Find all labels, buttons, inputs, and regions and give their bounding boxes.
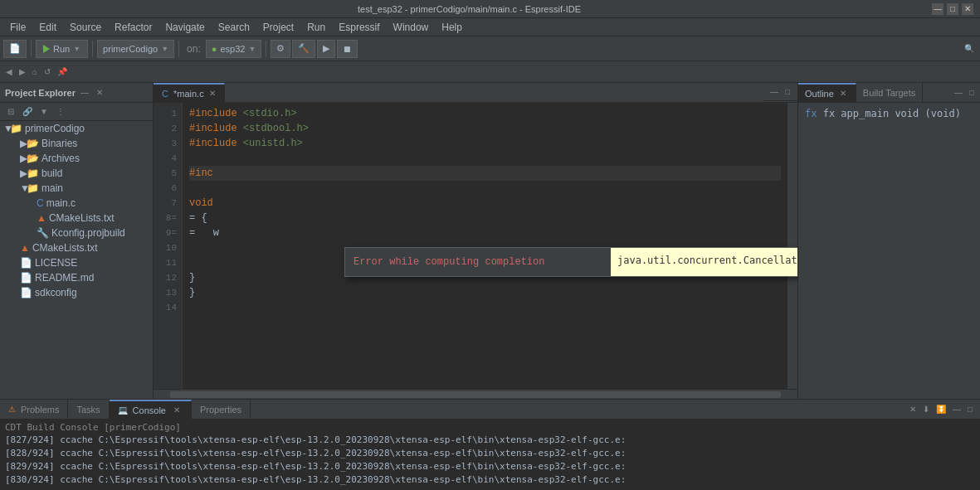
tasks-tab-label: Tasks: [76, 405, 100, 415]
code-content[interactable]: #include <stdio.h> #include <stdbool.h> …: [183, 103, 787, 389]
config-dropdown[interactable]: primerCodigo ▼: [97, 40, 174, 58]
minimize-button[interactable]: —: [932, 3, 943, 15]
maximize-button[interactable]: □: [947, 3, 958, 15]
tree-item-cmake-root[interactable]: ▲ CMakeLists.txt: [0, 240, 153, 255]
outline-content: fx fx app_main void (void): [798, 103, 980, 399]
tree-item-build[interactable]: ▶ 📁 build: [0, 166, 153, 181]
code-editor[interactable]: 1 2 3 4 5 6 7 8= 9= 10 11 12 13 14 #incl…: [154, 103, 797, 389]
scroll-lock-btn[interactable]: ⬇: [920, 404, 932, 415]
toolbar-sep-1: [31, 41, 32, 57]
menu-window[interactable]: Window: [387, 20, 436, 35]
tree-item-primerCodigo[interactable]: ▼ 📁 primerCodigo: [0, 121, 153, 136]
menu-refactor[interactable]: Refactor: [108, 20, 158, 35]
tree-item-sdkconfig[interactable]: 📄 sdkconfig: [0, 285, 153, 300]
title-bar: test_esp32 - primerCodigo/main/main.c - …: [0, 0, 980, 18]
new-button[interactable]: 📄: [3, 40, 27, 58]
editor-scrollbar[interactable]: [787, 103, 797, 389]
autocomplete-list: Error while computing completion: [345, 248, 611, 276]
tree-item-binaries[interactable]: ▶ 📂 Binaries: [0, 136, 153, 151]
more-btn[interactable]: ⋮: [53, 104, 68, 119]
run-icon: [43, 45, 50, 53]
code-line-8: = {: [189, 211, 781, 226]
editor-tab-close[interactable]: ✕: [209, 89, 216, 98]
project-explorer-close[interactable]: ✕: [94, 87, 105, 99]
console-tab-close[interactable]: ✕: [171, 405, 183, 415]
project-explorer-panel: Project Explorer — ✕ ⊟ 🔗 ▼ ⋮ ▼ 📁 primerC…: [0, 83, 154, 399]
editor-tab-mainc[interactable]: C *main.c ✕: [154, 83, 225, 102]
right-panel-maximize[interactable]: □: [967, 87, 977, 98]
binaries-icon: 📂: [27, 138, 39, 149]
horizontal-scrollbar[interactable]: [154, 389, 797, 399]
code-line-2: #include <stdbool.h>: [189, 121, 781, 136]
tab-console[interactable]: 💻 Console ✕: [110, 400, 192, 419]
tree-item-readme[interactable]: 📄 README.md: [0, 270, 153, 285]
outline-tab-close[interactable]: ✕: [837, 88, 849, 99]
tree-item-mainc[interactable]: C main.c: [0, 196, 153, 211]
tab-properties[interactable]: Properties: [192, 400, 251, 419]
console-maximize-btn[interactable]: □: [965, 404, 975, 415]
toolbar-btn-2[interactable]: 🔨: [292, 40, 315, 58]
menu-edit[interactable]: Edit: [32, 20, 63, 35]
maximize-editor-btn[interactable]: □: [783, 86, 792, 97]
tree-label-main: main: [41, 182, 63, 194]
right-panel-minimize[interactable]: —: [952, 87, 965, 98]
code-line-1: #include <stdio.h>: [189, 106, 781, 121]
target-chevron: ▼: [248, 45, 256, 53]
expand-icon-bin: ▶: [20, 138, 27, 149]
code-line-9: = w: [189, 226, 781, 240]
scroll-end-btn[interactable]: ⏬: [934, 404, 948, 415]
forward-btn[interactable]: ▶: [17, 66, 28, 77]
toolbar-btn-4[interactable]: ⏹: [337, 40, 358, 58]
clear-console-btn[interactable]: ✕: [907, 404, 919, 415]
line-num-7: 7: [154, 196, 177, 211]
outline-item-app-main[interactable]: fx fx app_main void (void): [802, 106, 977, 121]
menu-search[interactable]: Search: [212, 20, 256, 35]
home-btn[interactable]: ⌂: [30, 66, 40, 77]
target-dropdown[interactable]: ● esp32 ▼: [206, 40, 262, 58]
tree-label-readme: README.md: [35, 272, 94, 284]
menu-help[interactable]: Help: [435, 20, 469, 35]
minimize-editor-btn[interactable]: —: [768, 86, 781, 97]
project-tree: ▼ 📁 primerCodigo ▶ 📂 Binaries ▶ 📂 Archiv…: [0, 121, 153, 399]
filter-btn[interactable]: ▼: [37, 104, 51, 119]
tree-item-archives[interactable]: ▶ 📂 Archives: [0, 151, 153, 166]
project-folder-icon: 📁: [10, 123, 22, 134]
console-minimize-btn[interactable]: —: [950, 404, 963, 415]
line-numbers: 1 2 3 4 5 6 7 8= 9= 10 11 12 13 14: [154, 103, 183, 389]
code-line-6: [189, 181, 781, 196]
tree-item-cmake-main[interactable]: ▲ CMakeLists.txt: [0, 211, 153, 226]
link-editor-btn[interactable]: 🔗: [20, 104, 35, 119]
pin-btn[interactable]: 📌: [55, 66, 70, 77]
tree-item-main[interactable]: ▼ 📁 main: [0, 181, 153, 196]
collapse-all-btn[interactable]: ⊟: [3, 104, 18, 119]
menu-espressif[interactable]: Espressif: [332, 20, 386, 35]
line-num-10: 10: [154, 240, 177, 255]
refresh-btn[interactable]: ↺: [41, 66, 53, 77]
cmake-icon-root: ▲: [20, 242, 30, 254]
back-btn[interactable]: ◀: [3, 66, 15, 77]
menu-source[interactable]: Source: [63, 20, 108, 35]
search-icon[interactable]: 🔍: [962, 43, 977, 54]
window-controls: — □ ✕: [932, 3, 973, 15]
toolbar-btn-1[interactable]: ⚙: [271, 40, 290, 58]
tree-item-license[interactable]: 📄 LICENSE: [0, 255, 153, 270]
tab-problems[interactable]: ⚠ Problems: [0, 400, 68, 419]
menu-file[interactable]: File: [3, 20, 32, 35]
run-button[interactable]: Run ▼: [36, 40, 88, 58]
menu-run[interactable]: Run: [300, 20, 332, 35]
target-label: esp32: [220, 44, 245, 54]
autocomplete-detail: java.util.concurrent.CancellationExcepti…: [611, 248, 797, 276]
toolbar-btn-3[interactable]: ▶: [317, 40, 335, 58]
menu-navigate[interactable]: Navigate: [158, 20, 211, 35]
project-explorer-minimize[interactable]: —: [79, 87, 90, 99]
build-targets-tab-label: Build Targets: [863, 88, 915, 98]
tab-build-targets[interactable]: Build Targets: [856, 83, 923, 102]
tab-outline[interactable]: Outline ✕: [798, 83, 856, 102]
code-line-4: [189, 151, 781, 166]
close-button[interactable]: ✕: [962, 3, 973, 15]
menu-project[interactable]: Project: [256, 20, 300, 35]
autocomplete-error: Error while computing completion: [345, 251, 611, 273]
tree-item-kconfig[interactable]: 🔧 Kconfig.projbuild: [0, 226, 153, 240]
tab-tasks[interactable]: Tasks: [68, 400, 109, 419]
on-label: on:: [183, 43, 204, 55]
